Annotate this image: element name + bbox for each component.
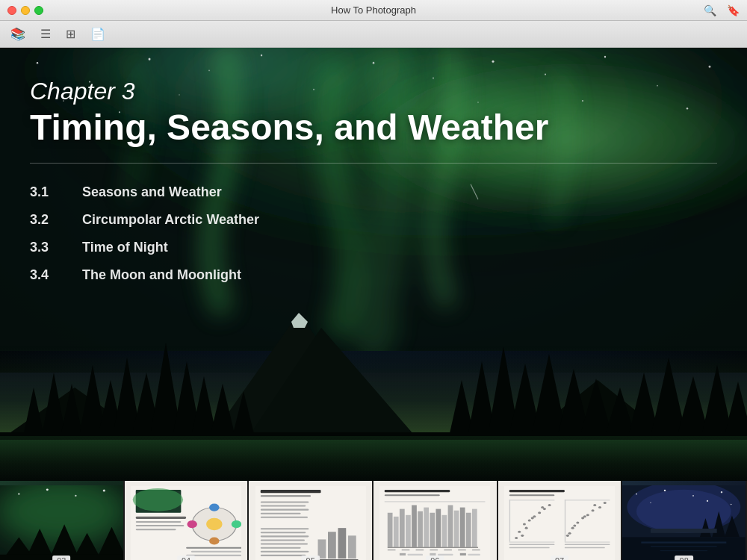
svg-rect-142 [509, 500, 555, 500]
svg-rect-124 [472, 509, 477, 547]
svg-rect-112 [400, 509, 405, 547]
svg-rect-103 [260, 547, 300, 549]
svg-point-154 [541, 506, 544, 508]
toc-number-4: 3.4 [30, 267, 52, 283]
svg-rect-83 [191, 551, 241, 553]
svg-rect-131 [458, 550, 466, 551]
toc-item-4[interactable]: 3.4 The Moon and Moonlight [30, 267, 717, 283]
thumbnail-93[interactable]: 93 [0, 481, 125, 560]
toc-number-1: 3.1 [30, 184, 52, 200]
svg-point-149 [538, 511, 541, 514]
svg-rect-116 [424, 508, 430, 547]
search-icon[interactable]: 🔍 [704, 4, 716, 16]
list-view-icon[interactable]: ☰ [37, 25, 54, 43]
thumbnail-96[interactable]: 96 [374, 481, 498, 560]
svg-rect-117 [430, 513, 436, 547]
svg-rect-87 [260, 495, 310, 497]
svg-point-7 [208, 70, 210, 72]
close-button[interactable] [7, 6, 16, 15]
thumbnail-strip: 93 [0, 481, 747, 560]
svg-point-167 [598, 506, 601, 508]
svg-point-8 [261, 55, 262, 56]
library-icon[interactable]: 📚 [7, 25, 28, 43]
svg-point-10 [373, 62, 375, 64]
svg-rect-91 [260, 513, 300, 514]
titlebar: How To Photograph 🔍 🔖 [0, 0, 747, 21]
svg-rect-89 [260, 505, 306, 506]
svg-rect-94 [328, 532, 336, 559]
chapter-divider [30, 163, 717, 164]
toc-item-3[interactable]: 3.3 Time of Night [30, 240, 717, 255]
svg-rect-158 [509, 547, 550, 549]
svg-point-168 [573, 525, 576, 527]
svg-point-16 [709, 66, 711, 68]
toolbar: 📚 ☰ ⊞ 📄 [0, 21, 747, 48]
svg-rect-74 [136, 525, 185, 526]
table-of-contents: 3.1 Seasons and Weather 3.2 Circumpolar … [30, 184, 717, 283]
thumbnail-view-icon[interactable]: ⊞ [63, 25, 78, 43]
svg-rect-139 [504, 486, 615, 560]
svg-rect-98 [260, 528, 309, 529]
svg-rect-133 [400, 553, 406, 556]
thumbnail-98[interactable]: 98 [622, 481, 747, 560]
toc-label-3: Time of Night [82, 240, 168, 255]
svg-marker-29 [22, 388, 45, 440]
svg-point-170 [566, 535, 569, 537]
toc-item-1[interactable]: 3.1 Seasons and Weather [30, 184, 717, 200]
svg-point-161 [571, 527, 574, 529]
svg-rect-127 [402, 550, 410, 551]
svg-rect-115 [418, 511, 423, 547]
svg-point-4 [37, 62, 38, 63]
svg-point-65 [18, 493, 20, 494]
thumbnail-97[interactable]: 97 [498, 481, 623, 560]
svg-rect-90 [260, 509, 309, 511]
svg-rect-99 [260, 532, 306, 533]
svg-point-79 [232, 520, 241, 528]
svg-rect-111 [394, 517, 399, 547]
svg-point-146 [528, 519, 531, 521]
svg-point-151 [525, 527, 528, 529]
svg-rect-141 [509, 494, 555, 496]
thumbnail-95[interactable]: 95 [249, 481, 374, 560]
svg-rect-123 [466, 513, 471, 547]
svg-rect-157 [509, 544, 555, 546]
svg-rect-174 [565, 544, 610, 546]
traffic-lights [7, 6, 43, 15]
svg-rect-96 [348, 535, 356, 559]
svg-point-155 [548, 504, 551, 506]
svg-rect-192 [642, 541, 727, 543]
svg-point-186 [731, 504, 732, 505]
bookmark-icon[interactable]: 🔖 [727, 4, 740, 16]
svg-point-80 [209, 537, 219, 544]
minimize-button[interactable] [21, 6, 30, 15]
doc-view-icon[interactable]: 📄 [87, 25, 108, 43]
svg-rect-137 [460, 553, 466, 556]
svg-rect-107 [385, 490, 450, 492]
page-number-98: 98 [675, 556, 693, 560]
svg-rect-125 [388, 547, 478, 548]
svg-rect-109 [385, 501, 486, 502]
page-number-97: 97 [551, 556, 568, 560]
svg-rect-95 [338, 528, 346, 559]
svg-point-6 [149, 58, 151, 60]
chapter-label: Chapter 3 [30, 78, 717, 105]
svg-rect-122 [460, 508, 465, 547]
page-number-94: 94 [177, 556, 195, 560]
svg-point-180 [636, 493, 637, 494]
svg-point-181 [664, 490, 666, 491]
svg-point-68 [103, 489, 105, 491]
svg-point-81 [187, 520, 196, 528]
svg-point-71 [133, 488, 183, 511]
thumbnail-94[interactable]: 94 [125, 481, 249, 560]
svg-rect-128 [416, 550, 424, 551]
svg-point-78 [209, 503, 219, 511]
maximize-button[interactable] [34, 6, 43, 15]
svg-rect-72 [136, 517, 186, 519]
toc-item-2[interactable]: 3.2 Circumpolar Arctic Weather [30, 212, 717, 228]
svg-rect-126 [388, 550, 396, 551]
svg-point-164 [568, 532, 571, 535]
svg-point-13 [545, 74, 546, 75]
toc-number-3: 3.3 [30, 240, 52, 255]
page-number-96: 96 [426, 556, 444, 560]
svg-rect-92 [260, 517, 307, 518]
